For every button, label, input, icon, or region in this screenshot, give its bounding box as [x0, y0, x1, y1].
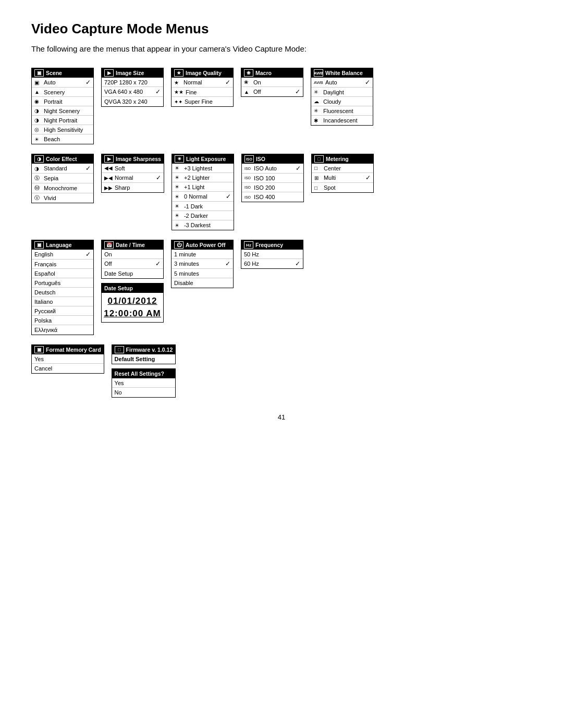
macro-off-icon: ▲ [244, 89, 251, 95]
metering-header: □ Metering [312, 154, 373, 164]
reset-no-label: No [115, 389, 122, 396]
exposure-m2[interactable]: ☀ -2 Darker [172, 211, 234, 220]
wb-cloudy[interactable]: ☁ Cloudy [311, 97, 373, 106]
light-exposure-header: ☀ Light Exposure [172, 154, 234, 164]
time-display[interactable]: 12:00:00 AM [102, 307, 163, 322]
wb-auto[interactable]: AWB Auto ✓ [311, 78, 373, 88]
apo-disable[interactable]: Disable [172, 278, 233, 288]
macro-on[interactable]: ❀ On [241, 78, 303, 87]
metering-center-icon: □ [314, 165, 322, 171]
auto-power-off-header: ⏻ Auto Power Off [172, 240, 233, 250]
exposure-m1[interactable]: ☀ -1 Dark [172, 202, 234, 211]
lang-polska[interactable]: Polska [32, 316, 93, 325]
dt-off[interactable]: Off ✓ [102, 259, 163, 269]
dt-off-check: ✓ [155, 260, 161, 267]
date-time-icon: 📅 [104, 241, 114, 249]
sharpness-sharp[interactable]: ▶▶ Sharp [102, 183, 164, 192]
reset-all-label: Reset All Settings? [115, 371, 164, 377]
metering-spot[interactable]: □ Spot [312, 183, 373, 192]
scene-night-scenery[interactable]: ◑ Night Scenery [32, 106, 93, 116]
scene-portrait[interactable]: ◉ Portrait [32, 97, 93, 106]
metering-multi[interactable]: ⊞ Multi ✓ [312, 173, 373, 183]
macro-off-label: Off [253, 89, 261, 95]
size-vga[interactable]: VGA 640 x 480 ✓ [102, 87, 163, 97]
auto-power-off-menu: ⏻ Auto Power Off 1 minute 3 minutes ✓ 5 … [171, 240, 234, 288]
date-display[interactable]: 01/01/2012 [102, 293, 163, 307]
scene-high-sensitivity[interactable]: ◎ High Sensitivity [32, 125, 93, 134]
exposure-m3[interactable]: ☀ -3 Darkest [172, 220, 234, 230]
lang-francais[interactable]: Français [32, 260, 93, 269]
freq-50hz[interactable]: 50 Hz [241, 250, 303, 259]
firmware-default[interactable]: Default Setting [112, 354, 176, 364]
metering-center[interactable]: □ Center [312, 164, 373, 173]
ce-monochrome[interactable]: Ⓜ Monochrome [32, 183, 93, 193]
size-720p-label: 720P 1280 x 720 [104, 79, 148, 85]
freq-60hz-label: 60 Hz [244, 261, 259, 267]
frequency-label: Frequency [255, 242, 283, 248]
size-qvga[interactable]: QVGA 320 x 240 [102, 97, 163, 106]
dt-on[interactable]: On [102, 250, 163, 259]
reset-no[interactable]: No [112, 388, 176, 397]
apo-3min-label: 3 minutes [174, 261, 199, 267]
lang-english[interactable]: English ✓ [32, 250, 93, 260]
scene-high-sensitivity-label: High Sensitivity [44, 127, 83, 133]
scene-scenery[interactable]: ▲ Scenery [32, 88, 93, 97]
format-cancel[interactable]: Cancel [32, 364, 104, 373]
format-yes[interactable]: Yes [32, 354, 104, 364]
scene-night-portrait[interactable]: ◑ Night Portrait [32, 116, 93, 125]
apo-5min[interactable]: 5 minutes [172, 269, 233, 278]
apo-1min[interactable]: 1 minute [172, 250, 233, 259]
sharpness-normal[interactable]: ▶◀ Normal ✓ [102, 173, 164, 183]
scene-auto[interactable]: ▣ Auto ✓ [32, 78, 93, 88]
exposure-p1[interactable]: ☀ +1 Light [172, 182, 234, 192]
wb-daylight[interactable]: ✳ Daylight [311, 88, 373, 97]
macro-on-icon: ❀ [244, 79, 251, 85]
sharpness-normal-icon: ▶◀ [104, 175, 113, 181]
apo-3min-check: ✓ [225, 260, 230, 267]
quality-fine[interactable]: ★★ Fine [172, 88, 233, 97]
ce-standard-icon: ◑ [34, 166, 42, 171]
image-size-menu: ▶ Image Size 720P 1280 x 720 VGA 640 x 4… [101, 68, 164, 107]
iso-auto[interactable]: ISO ISO Auto ✓ [242, 164, 303, 174]
ce-vivid[interactable]: Ⓥ Vivid [32, 193, 93, 203]
lang-portugues[interactable]: Português [32, 278, 93, 288]
ce-standard[interactable]: ◑ Standard ✓ [32, 164, 93, 174]
image-quality-header: ★ Image Quality [172, 68, 233, 78]
light-exposure-icon: ☀ [175, 155, 184, 163]
lang-russian[interactable]: Русский [32, 306, 93, 316]
scene-menu: ▣ Scene ▣ Auto ✓ ▲ Scenery ◉ Portrait ◑ … [31, 68, 94, 144]
reset-yes[interactable]: Yes [112, 378, 176, 388]
lang-espanol[interactable]: Español [32, 269, 93, 278]
image-size-label: Image Size [116, 70, 144, 76]
high-sensitivity-icon: ◎ [34, 127, 42, 132]
macro-off[interactable]: ▲ Off ✓ [241, 87, 303, 96]
size-720p[interactable]: 720P 1280 x 720 [102, 78, 163, 87]
ce-sepia[interactable]: Ⓢ Sepia [32, 174, 93, 183]
exposure-p2[interactable]: ☀ +2 Lighter [172, 173, 234, 182]
auto-power-off-label: Auto Power Off [186, 242, 225, 248]
lang-greek[interactable]: Ελληνικά [32, 325, 93, 335]
exposure-p3[interactable]: ☀ +3 Lightest [172, 164, 234, 173]
iso-200[interactable]: ISO ISO 200 [242, 183, 303, 192]
freq-60hz[interactable]: 60 Hz ✓ [241, 259, 303, 268]
quality-normal[interactable]: ★ Normal ✓ [172, 78, 233, 88]
sharpness-soft[interactable]: ◀◀ Soft [102, 164, 164, 173]
dt-date-setup[interactable]: Date Setup [102, 269, 163, 278]
portrait-icon: ◉ [34, 98, 42, 104]
language-header: ▣ Language [32, 240, 93, 250]
wb-fluorescent[interactable]: ✳ Fluorescent [311, 106, 373, 116]
iso-100[interactable]: ISO ISO 100 [242, 174, 303, 183]
apo-3min[interactable]: 3 minutes ✓ [172, 259, 233, 269]
quality-super-fine[interactable]: ✦✦ Super Fine [172, 97, 233, 106]
sharpness-sharp-icon: ▶▶ [104, 185, 113, 191]
scene-header: ▣ Scene [32, 68, 93, 78]
metering-menu: □ Metering □ Center ⊞ Multi ✓ □ Spot [311, 154, 374, 193]
format-memory-menu: ▣ Format Memory Card Yes Cancel [31, 344, 104, 374]
iso-400[interactable]: ISO ISO 400 [242, 192, 303, 202]
lang-deutsch[interactable]: Deutsch [32, 288, 93, 297]
wb-incandescent[interactable]: ✱ Incandescent [311, 116, 373, 125]
scene-beach[interactable]: ☀ Beach [32, 134, 93, 144]
lang-italiano[interactable]: Italiano [32, 297, 93, 306]
size-vga-label: VGA 640 x 480 [104, 89, 143, 95]
exposure-0[interactable]: ☀ 0 Normal ✓ [172, 192, 234, 202]
